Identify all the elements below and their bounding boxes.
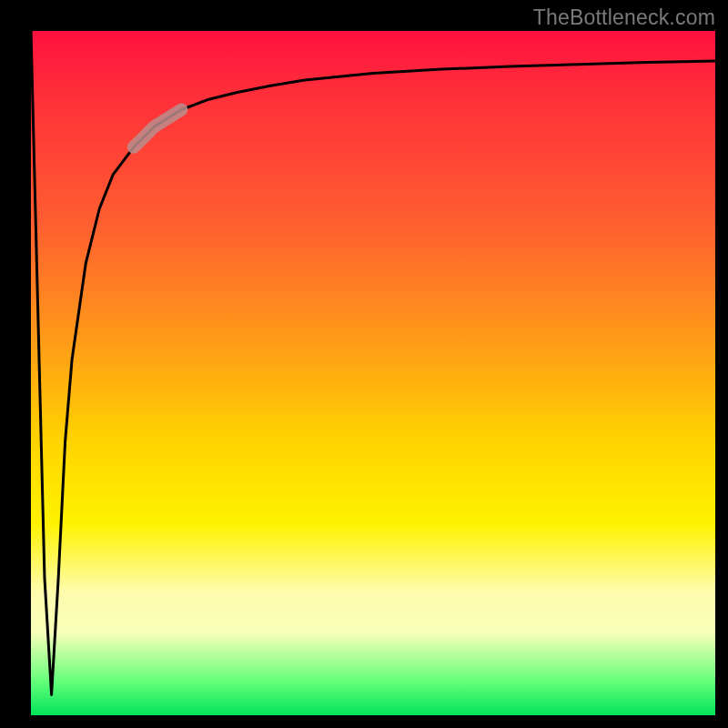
plot-area [31,31,715,715]
curve-svg [31,31,715,715]
chart-frame: TheBottleneck.com [0,0,728,728]
watermark-text: TheBottleneck.com [533,5,715,30]
highlight-segment [134,110,182,147]
bottleneck-curve [31,31,715,694]
